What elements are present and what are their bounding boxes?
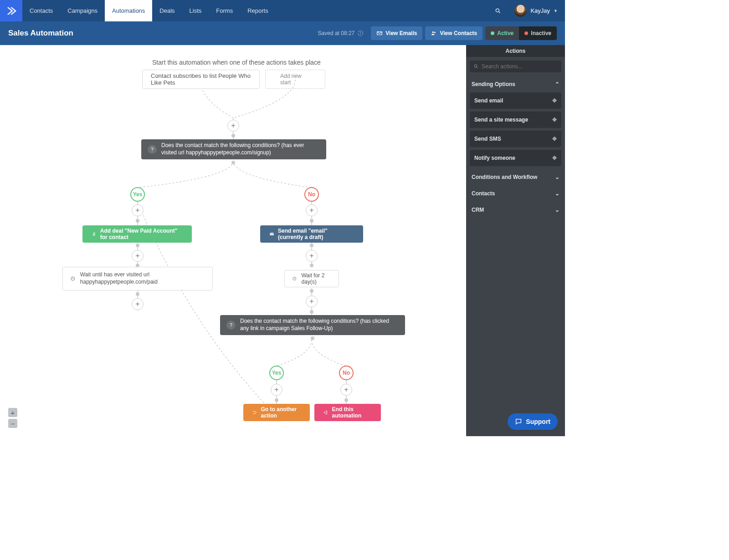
svg-point-18 <box>256 412 257 413</box>
add-step-button[interactable]: + <box>306 204 318 216</box>
chevron-down-icon: ⌄ <box>555 174 560 180</box>
mail-icon <box>269 231 274 237</box>
status-active[interactable]: Active <box>485 26 519 40</box>
option-notify[interactable]: Notify someone✥ <box>470 150 561 166</box>
branch-yes-2[interactable]: Yes <box>269 366 284 380</box>
search-icon <box>473 64 479 69</box>
send-email-node[interactable]: Send email "email" (currently a draft) <box>260 225 363 243</box>
drag-icon: ✥ <box>552 97 557 104</box>
brand-logo[interactable] <box>0 0 22 21</box>
user-name: KayJay <box>530 7 550 14</box>
actions-panel: Actions Sending Options⌃ Send email✥ Sen… <box>466 45 565 436</box>
drag-icon: ✥ <box>552 136 557 142</box>
nav-automations[interactable]: Automations <box>105 0 152 21</box>
status-inactive[interactable]: Inactive <box>519 26 557 40</box>
connectors <box>0 45 466 436</box>
svg-point-19 <box>474 65 477 67</box>
clock-icon <box>70 275 76 282</box>
search-actions-field[interactable] <box>470 61 561 72</box>
add-step-button[interactable]: + <box>306 295 318 307</box>
zoom-controls: + − <box>8 408 17 428</box>
avatar <box>514 5 527 17</box>
saved-label: Saved at 08:27 <box>318 30 364 36</box>
section-sending-options[interactable]: Sending Options⌃ <box>466 76 565 92</box>
condition-node-2[interactable]: ? Does the contact match the following c… <box>220 315 405 335</box>
page-title: Sales Automation <box>8 29 73 38</box>
end-node[interactable]: End this automation <box>314 404 381 421</box>
drag-icon: ✥ <box>552 155 557 161</box>
nav-reports[interactable]: Reports <box>240 0 276 21</box>
option-send-email[interactable]: Send email✥ <box>470 92 561 109</box>
add-start-button[interactable]: Add new start <box>265 70 325 89</box>
automation-canvas[interactable]: Start this automation when one of these … <box>0 45 466 436</box>
help-icon: ? <box>148 145 157 154</box>
option-send-sms[interactable]: Send SMS✥ <box>470 131 561 147</box>
wait-days-node[interactable]: Wait for 2 day(s) <box>284 270 339 287</box>
chevron-up-icon: ⌃ <box>555 81 560 87</box>
add-step-button[interactable]: + <box>340 384 352 396</box>
branch-no-1[interactable]: No <box>304 187 319 202</box>
branch-no-2[interactable]: No <box>339 366 354 380</box>
nav-forms[interactable]: Forms <box>209 0 240 21</box>
search-icon[interactable] <box>489 0 507 21</box>
user-menu[interactable]: KayJay ▼ <box>507 0 565 21</box>
svg-point-17 <box>253 413 254 414</box>
chevron-down-icon: ⌄ <box>555 190 560 197</box>
search-actions-input[interactable] <box>482 63 558 70</box>
section-crm[interactable]: CRM⌄ <box>466 202 565 218</box>
help-icon: ? <box>226 321 236 330</box>
top-nav: Contacts Campaigns Automations Deals Lis… <box>0 0 565 21</box>
add-step-button[interactable]: + <box>132 250 144 262</box>
chat-icon <box>515 418 522 425</box>
add-step-button[interactable]: + <box>271 384 282 396</box>
exit-icon <box>323 409 329 416</box>
dollar-icon <box>92 231 97 237</box>
support-button[interactable]: Support <box>508 413 558 430</box>
view-emails-button[interactable]: View Emails <box>371 26 422 40</box>
add-deal-node[interactable]: Add deal "New Paid Account" for contact <box>82 225 192 243</box>
start-instruction: Start this automation when one of these … <box>152 59 321 66</box>
toolbar: Sales Automation Saved at 08:27 View Ema… <box>0 21 565 45</box>
add-step-button[interactable]: + <box>132 204 144 216</box>
goto-node[interactable]: Go to another action <box>243 404 310 421</box>
chevron-down-icon: ⌄ <box>555 207 560 213</box>
svg-point-2 <box>432 31 434 33</box>
nav-campaigns[interactable]: Campaigns <box>60 0 105 21</box>
trigger-node[interactable]: Contact subscribes to list People Who Li… <box>142 70 260 89</box>
zoom-in-button[interactable]: + <box>8 408 17 417</box>
condition-node-1[interactable]: ? Does the contact match the following c… <box>141 139 326 159</box>
view-contacts-button[interactable]: View Contacts <box>425 26 483 40</box>
drag-icon: ✥ <box>552 117 557 123</box>
nav-contacts[interactable]: Contacts <box>22 0 60 21</box>
zoom-out-button[interactable]: − <box>8 419 17 428</box>
wait-url-node[interactable]: Wait until has ever visited url happyhap… <box>62 267 213 290</box>
section-contacts[interactable]: Contacts⌄ <box>466 185 565 202</box>
nav-lists[interactable]: Lists <box>182 0 209 21</box>
panel-title: Actions <box>466 45 565 57</box>
section-conditions[interactable]: Conditions and Workflow⌄ <box>466 169 565 185</box>
branch-icon <box>252 409 257 416</box>
clock-icon <box>292 275 297 282</box>
add-step-button[interactable]: + <box>132 298 144 310</box>
svg-point-0 <box>496 9 499 12</box>
svg-point-3 <box>434 32 436 33</box>
option-site-message[interactable]: Send a site message✥ <box>470 112 561 128</box>
add-step-button[interactable]: + <box>227 120 239 132</box>
chevron-down-icon: ▼ <box>554 9 558 13</box>
status-toggle: Active Inactive <box>485 26 557 40</box>
add-step-button[interactable]: + <box>306 250 318 262</box>
history-icon <box>357 30 364 36</box>
branch-yes-1[interactable]: Yes <box>130 187 145 202</box>
svg-point-16 <box>253 411 254 412</box>
nav-deals[interactable]: Deals <box>152 0 182 21</box>
